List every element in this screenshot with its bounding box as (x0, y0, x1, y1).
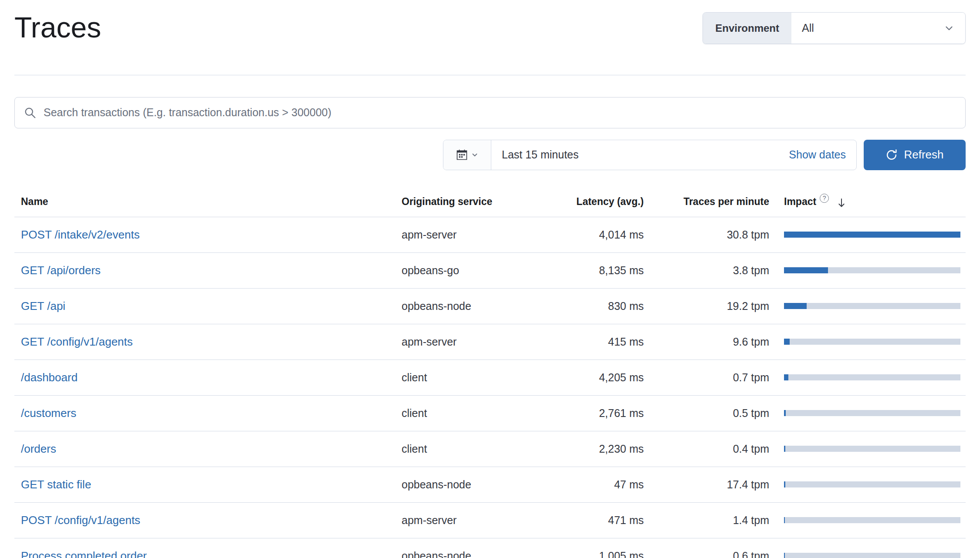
column-header-tpm[interactable]: Traces per minute (650, 196, 776, 208)
originating-service-cell: apm-server (402, 229, 530, 241)
impact-bar (784, 303, 960, 309)
trace-name-link[interactable]: POST /config/v1/agents (21, 514, 140, 527)
trace-name-cell: /dashboard (14, 371, 402, 384)
latency-cell: 830 ms (530, 300, 650, 313)
trace-name-link[interactable]: GET /api/orders (21, 264, 101, 277)
originating-service-cell: apm-server (402, 336, 530, 348)
impact-bar-fill (784, 374, 788, 380)
column-header-impact[interactable]: Impact ? (776, 196, 966, 208)
trace-name-cell: POST /intake/v2/events (14, 228, 402, 242)
impact-cell (776, 410, 966, 416)
tpm-cell: 17.4 tpm (650, 478, 776, 491)
latency-cell: 415 ms (530, 336, 650, 348)
trace-name-link[interactable]: GET static file (21, 478, 91, 491)
trace-name-cell: GET /api/orders (14, 264, 402, 277)
latency-cell: 4,014 ms (530, 229, 650, 241)
trace-name-link[interactable]: /orders (21, 442, 56, 455)
impact-cell (776, 267, 966, 273)
latency-cell: 471 ms (530, 514, 650, 527)
search-icon (24, 106, 37, 119)
column-header-latency[interactable]: Latency (avg.) (530, 196, 650, 208)
date-range-value[interactable]: Last 15 minutes (502, 148, 579, 161)
trace-row: POST /config/v1/agents apm-server 471 ms… (14, 503, 966, 538)
impact-bar (784, 410, 960, 416)
latency-cell: 2,761 ms (530, 407, 650, 420)
trace-name-cell: GET /config/v1/agents (14, 335, 402, 349)
latency-cell: 1,005 ms (530, 550, 650, 558)
column-header-name[interactable]: Name (14, 196, 402, 208)
originating-service-cell: opbeans-node (402, 478, 530, 491)
trace-name-cell: GET /api (14, 299, 402, 313)
impact-cell (776, 339, 966, 345)
trace-row: GET /api/orders opbeans-go 8,135 ms 3.8 … (14, 253, 966, 289)
table-body: POST /intake/v2/events apm-server 4,014 … (14, 217, 966, 558)
tpm-cell: 0.4 tpm (650, 443, 776, 455)
search-input[interactable] (37, 97, 956, 128)
originating-service-cell: client (402, 407, 530, 420)
tpm-cell: 3.8 tpm (650, 264, 776, 277)
impact-cell (776, 517, 966, 523)
originating-service-cell: opbeans-node (402, 300, 530, 313)
trace-name-link[interactable]: POST /intake/v2/events (21, 228, 140, 241)
trace-name-link[interactable]: GET /config/v1/agents (21, 335, 133, 348)
latency-cell: 2,230 ms (530, 443, 650, 455)
tpm-cell: 19.2 tpm (650, 300, 776, 313)
trace-name-link[interactable]: /dashboard (21, 371, 78, 384)
originating-service-cell: apm-server (402, 514, 530, 527)
impact-bar-fill (784, 481, 785, 487)
table-header-row: Name Originating service Latency (avg.) … (14, 187, 966, 217)
impact-bar (784, 267, 960, 273)
environment-select[interactable]: All (791, 13, 965, 44)
date-range-display[interactable]: Last 15 minutes Show dates (491, 140, 856, 170)
impact-bar (784, 446, 960, 452)
controls-row: Last 15 minutes Show dates Refresh (14, 140, 966, 170)
impact-cell (776, 374, 966, 380)
impact-header-label: Impact (784, 196, 816, 208)
page-title: Traces (14, 11, 101, 44)
trace-name-link[interactable]: /customers (21, 407, 76, 420)
traces-page: Traces Environment All (0, 0, 980, 558)
trace-name-link[interactable]: GET /api (21, 299, 65, 313)
impact-bar (784, 374, 960, 380)
trace-row: Process completed order opbeans-node 1,0… (14, 538, 966, 558)
impact-bar (784, 553, 960, 558)
column-header-service[interactable]: Originating service (402, 196, 530, 208)
impact-cell (776, 446, 966, 452)
originating-service-cell: client (402, 443, 530, 455)
refresh-icon (885, 149, 898, 161)
trace-row: /customers client 2,761 ms 0.5 tpm (14, 396, 966, 431)
impact-bar-fill (784, 446, 785, 452)
originating-service-cell: opbeans-go (402, 264, 530, 277)
trace-row: /orders client 2,230 ms 0.4 tpm (14, 431, 966, 467)
originating-service-cell: opbeans-node (402, 550, 530, 558)
environment-selected-value: All (802, 22, 814, 34)
tpm-cell: 9.6 tpm (650, 336, 776, 348)
trace-name-cell: /customers (14, 407, 402, 420)
impact-bar (784, 517, 960, 523)
tpm-cell: 0.7 tpm (650, 371, 776, 384)
date-quick-select-button[interactable] (443, 140, 491, 170)
trace-name-cell: POST /config/v1/agents (14, 514, 402, 527)
sort-descending-icon (836, 197, 847, 208)
impact-bar-fill (784, 339, 790, 345)
impact-bar-fill (784, 517, 785, 523)
impact-bar (784, 232, 960, 238)
originating-service-cell: client (402, 371, 530, 384)
refresh-button-label: Refresh (904, 148, 943, 161)
show-dates-link[interactable]: Show dates (789, 148, 846, 161)
page-header: Traces Environment All (14, 0, 966, 44)
chevron-down-icon (943, 23, 955, 34)
date-picker: Last 15 minutes Show dates (443, 140, 857, 170)
impact-bar-fill (784, 553, 785, 558)
trace-name-cell: Process completed order (14, 549, 402, 558)
help-icon[interactable]: ? (820, 194, 829, 203)
impact-cell (776, 553, 966, 558)
trace-row: GET static file opbeans-node 47 ms 17.4 … (14, 467, 966, 503)
tpm-cell: 0.6 tpm (650, 550, 776, 558)
refresh-button[interactable]: Refresh (864, 140, 966, 170)
latency-cell: 8,135 ms (530, 264, 650, 277)
chevron-down-icon (471, 151, 479, 159)
impact-bar-fill (784, 267, 828, 273)
trace-name-link[interactable]: Process completed order (21, 549, 147, 558)
impact-bar (784, 339, 960, 345)
